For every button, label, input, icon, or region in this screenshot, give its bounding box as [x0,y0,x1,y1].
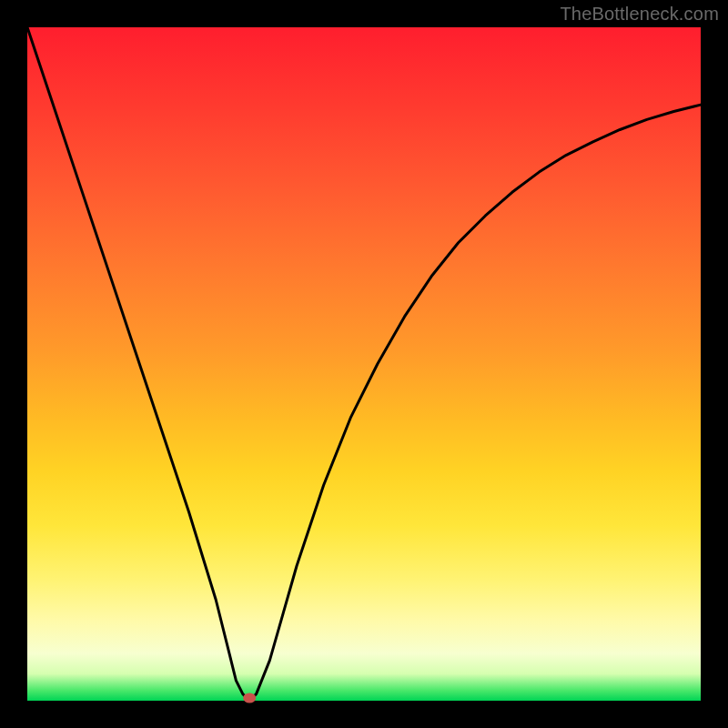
plot-area [27,27,701,701]
bottleneck-curve-line [27,27,701,701]
chart-svg [27,27,701,701]
min-point-marker [243,693,256,703]
watermark-text: TheBottleneck.com [560,4,719,25]
chart-frame: TheBottleneck.com [0,0,728,728]
